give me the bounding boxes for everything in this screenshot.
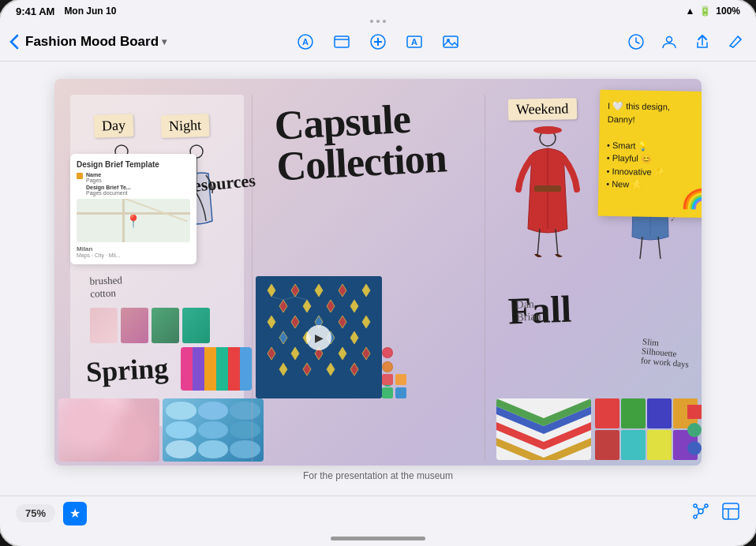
day-label: Day bbox=[94, 114, 134, 138]
sticky-note: I 🤍 this design, Danny! • Smart 💡 • Play… bbox=[598, 90, 702, 219]
network-icon[interactable] bbox=[691, 502, 710, 525]
rainbow-icon: 🌈 bbox=[681, 188, 702, 211]
capsule-title: CapsuleCollection bbox=[273, 96, 447, 187]
milan-map: 📍 bbox=[77, 199, 190, 242]
candy-image bbox=[163, 398, 264, 462]
canvas-area[interactable]: CapsuleCollection Day Night bbox=[0, 62, 756, 496]
map-label: Milan bbox=[77, 245, 190, 252]
svg-line-51 bbox=[537, 229, 540, 256]
svg-rect-69 bbox=[723, 503, 739, 519]
mosaic-pattern[interactable]: ▶ bbox=[256, 276, 382, 398]
bottom-right-patterns bbox=[496, 398, 698, 462]
home-indicator bbox=[0, 530, 756, 546]
svg-line-68 bbox=[697, 513, 699, 515]
svg-rect-9 bbox=[443, 36, 458, 47]
spring-label: Spring bbox=[85, 351, 169, 388]
weekend-sketch bbox=[504, 126, 591, 260]
media-icon[interactable] bbox=[440, 31, 462, 53]
color-dot bbox=[382, 347, 393, 358]
section-divider-right bbox=[485, 95, 485, 462]
share-icon[interactable] bbox=[691, 31, 713, 53]
svg-point-63 bbox=[694, 504, 697, 507]
bottom-right-controls bbox=[691, 502, 740, 525]
play-button[interactable]: ▶ bbox=[306, 325, 331, 350]
svg-line-52 bbox=[556, 229, 558, 256]
svg-point-53 bbox=[533, 126, 562, 134]
svg-line-59 bbox=[658, 237, 661, 259]
battery-percent: 100% bbox=[716, 6, 740, 17]
status-icons: ▲ 🔋 100% bbox=[685, 6, 740, 17]
map-pin: 📍 bbox=[125, 213, 141, 228]
bottom-left-controls: 75% ★ bbox=[16, 502, 87, 525]
toolbar: Fashion Mood Board ▾ A A bbox=[0, 22, 756, 62]
text-icon[interactable]: A bbox=[403, 31, 425, 53]
status-date: Mon Jun 10 bbox=[64, 6, 116, 17]
browser-icon[interactable] bbox=[331, 31, 353, 53]
bottom-center-palette bbox=[382, 374, 406, 398]
edit-icon[interactable] bbox=[724, 31, 747, 53]
maps-sublabel: Maps · City · Mil... bbox=[77, 252, 190, 258]
title-chevron: ▾ bbox=[162, 36, 167, 47]
status-time: 9:41 AM bbox=[16, 6, 54, 17]
svg-text:A: A bbox=[302, 37, 309, 47]
insert-icon[interactable] bbox=[367, 31, 389, 53]
home-bar bbox=[331, 537, 425, 540]
bottom-bar: 75% ★ bbox=[0, 496, 756, 530]
toolbar-center: A A bbox=[294, 31, 462, 53]
toolbar-right bbox=[625, 31, 747, 53]
artist-signature: DanBrian bbox=[515, 297, 541, 324]
svg-point-12 bbox=[667, 36, 672, 42]
svg-point-65 bbox=[694, 515, 697, 518]
svg-line-66 bbox=[697, 507, 699, 510]
document-title[interactable]: Fashion Mood Board ▾ bbox=[25, 34, 167, 50]
ipad-frame: 9:41 AM Mon Jun 10 ▲ 🔋 100% Fashion Mood… bbox=[0, 0, 756, 546]
fabric-label: brushedcotton bbox=[89, 274, 122, 300]
bottom-left-strip bbox=[58, 398, 264, 462]
battery-icon: 🔋 bbox=[699, 6, 711, 17]
back-button[interactable] bbox=[9, 34, 19, 50]
favorite-button[interactable]: ★ bbox=[63, 502, 87, 525]
smart-annotation-icon[interactable]: A bbox=[294, 31, 316, 53]
collaborate-icon[interactable] bbox=[658, 31, 680, 53]
flowers-image bbox=[58, 398, 159, 462]
svg-rect-2 bbox=[335, 36, 349, 47]
svg-rect-50 bbox=[534, 185, 561, 192]
color-grid bbox=[595, 398, 698, 460]
grid-view-icon[interactable] bbox=[721, 502, 740, 525]
circle-palette bbox=[687, 398, 702, 462]
history-icon[interactable] bbox=[625, 31, 647, 53]
svg-line-67 bbox=[702, 507, 705, 510]
svg-text:A: A bbox=[411, 37, 417, 47]
design-brief-card[interactable]: Design Brief Template Name Pages Design … bbox=[70, 154, 196, 264]
section-divider-left bbox=[252, 95, 253, 462]
fabric-rolls bbox=[181, 347, 252, 391]
design-brief-title: Design Brief Template bbox=[77, 160, 190, 169]
fabric-swatches bbox=[90, 308, 210, 343]
night-label: Night bbox=[161, 114, 210, 138]
slim-silhouette-note: SlimSilhouettefor work days bbox=[640, 336, 691, 368]
freeform-board[interactable]: CapsuleCollection Day Night bbox=[54, 79, 702, 466]
zoom-control[interactable]: 75% bbox=[16, 504, 55, 522]
svg-point-64 bbox=[705, 504, 708, 507]
board-caption: For the presentation at the museum bbox=[303, 470, 453, 486]
color-dot bbox=[382, 361, 393, 372]
wifi-icon: ▲ bbox=[685, 6, 694, 17]
svg-line-58 bbox=[640, 237, 642, 259]
weekend-label: Weekend bbox=[508, 98, 577, 121]
sticky-note-text: I 🤍 this design, Danny! • Smart 💡 • Play… bbox=[606, 99, 702, 193]
